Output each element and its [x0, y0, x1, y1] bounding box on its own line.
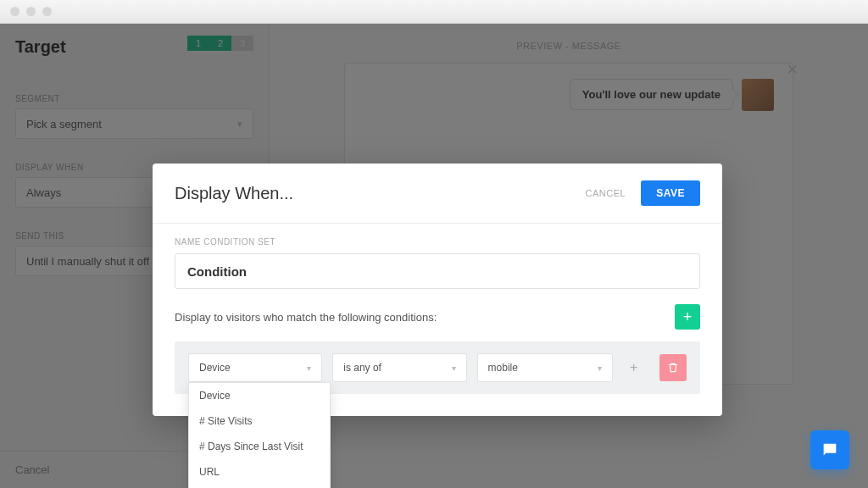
attribute-option[interactable]: URL Path: [189, 485, 330, 488]
value-select[interactable]: mobile ▾: [477, 353, 613, 382]
cancel-button[interactable]: CANCEL: [586, 188, 626, 198]
display-when-modal: Display When... CANCEL SAVE NAME CONDITI…: [153, 164, 722, 416]
chevron-down-icon: ▾: [443, 363, 456, 373]
attribute-select[interactable]: Device ▾ Device# Site Visits# Days Since…: [188, 353, 322, 382]
delete-condition-button[interactable]: [659, 354, 687, 381]
condition-value: mobile: [488, 362, 518, 374]
window-zoom-dot[interactable]: [42, 7, 52, 16]
chat-icon: [821, 441, 839, 459]
attribute-option[interactable]: # Site Visits: [189, 408, 330, 434]
window-titlebar: [0, 0, 868, 24]
name-condition-label: NAME CONDITION SET: [175, 237, 700, 247]
attribute-option[interactable]: Device: [189, 383, 330, 408]
condition-row: Device ▾ Device# Site Visits# Days Since…: [175, 341, 700, 394]
operator-value: is any of: [343, 362, 381, 374]
condition-name-input[interactable]: [175, 253, 700, 289]
attribute-option[interactable]: URL: [189, 459, 330, 485]
modal-title: Display When...: [175, 184, 293, 203]
window-close-dot[interactable]: [10, 7, 19, 16]
conditions-subhead: Display to visitors who match the follow…: [175, 311, 437, 324]
attribute-option[interactable]: # Days Since Last Visit: [189, 434, 330, 459]
chevron-down-icon: ▾: [589, 363, 602, 373]
operator-select[interactable]: is any of ▾: [332, 353, 466, 382]
chevron-down-icon: ▾: [298, 363, 311, 373]
save-button[interactable]: SAVE: [641, 180, 700, 206]
trash-icon: [667, 362, 679, 374]
add-value-button[interactable]: +: [623, 357, 645, 379]
attribute-dropdown-menu: Device# Site Visits# Days Since Last Vis…: [188, 382, 331, 488]
attribute-value: Device: [199, 362, 231, 374]
add-condition-button[interactable]: +: [675, 304, 700, 330]
chat-fab[interactable]: [810, 430, 849, 469]
plus-icon: +: [683, 308, 693, 326]
window-minimize-dot[interactable]: [26, 7, 36, 16]
